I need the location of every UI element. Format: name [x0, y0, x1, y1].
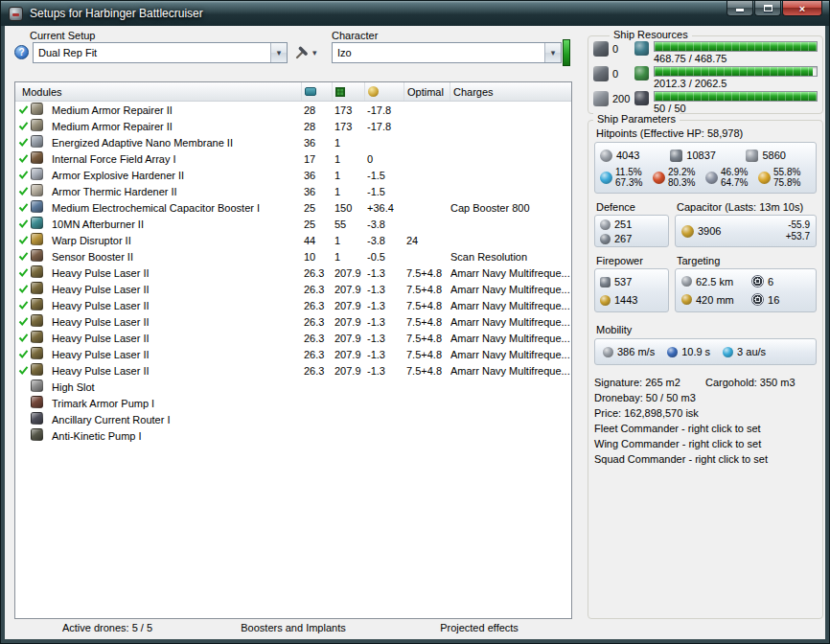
resist-cell: 29.2% 80.3%: [653, 167, 705, 188]
help-button[interactable]: ?: [14, 45, 29, 59]
module-icon: [31, 233, 43, 245]
table-row[interactable]: Sensor Booster II 10 1 -0.5 Scan Resolut…: [15, 248, 571, 264]
fitted-check-icon[interactable]: [18, 186, 29, 196]
module-powergrid: 1: [333, 170, 365, 181]
table-row[interactable]: Warp Disruptor II 44 1 -3.8 24: [15, 232, 571, 248]
table-row[interactable]: Ancillary Current Router I: [15, 411, 571, 427]
fitted-check-icon[interactable]: [18, 153, 29, 164]
fitted-check-icon[interactable]: [18, 251, 29, 262]
close-button[interactable]: ×: [782, 1, 822, 16]
chevron-down-icon: ▾: [270, 43, 287, 62]
character-select-value: Izo: [333, 47, 544, 58]
cpu-column-header[interactable]: [302, 82, 333, 101]
optimal-column-header[interactable]: Optimal: [404, 82, 450, 101]
table-row[interactable]: Medium Armor Repairer II 28 173 -17.8: [15, 118, 571, 134]
fitted-check-icon[interactable]: [18, 365, 29, 376]
capacitor-recharge: +53.7: [786, 231, 810, 242]
eft-window: Setups for Harbinger Battlecruiser × Cur…: [0, 0, 830, 644]
fitted-check-icon[interactable]: [18, 284, 29, 294]
ship-parameters-group: Ship Parameters Hitpoints (Effective HP:…: [588, 120, 823, 619]
targeting-panel: 62.5 km 6 420 mm 16: [675, 268, 817, 312]
resource-bar: [654, 66, 818, 77]
fitted-check-icon[interactable]: [18, 137, 29, 148]
max-targets: 6: [768, 276, 773, 288]
table-row[interactable]: Medium Electrochemical Capacitor Booster…: [15, 199, 571, 216]
module-powergrid: 207.9: [333, 316, 365, 328]
module-icon: [31, 396, 43, 408]
maximize-button[interactable]: [754, 1, 781, 16]
module-capacitor: -17.8: [365, 121, 404, 132]
module-charges: Amarr Navy Multifreque...: [450, 333, 571, 344]
sensor-strength: 16: [768, 294, 779, 306]
minimize-button[interactable]: [726, 1, 753, 16]
module-optimal: 7.5+4.8: [404, 316, 450, 328]
capacitor-column-header[interactable]: [365, 82, 404, 101]
module-icon: [31, 282, 43, 294]
module-capacitor: -0.5: [365, 251, 404, 263]
fitted-check-icon[interactable]: [18, 235, 29, 245]
projected-effects-header[interactable]: Projected effects: [386, 622, 572, 637]
fitted-check-icon[interactable]: [18, 170, 29, 180]
table-row[interactable]: Heavy Pulse Laser II 26.3 207.9 -1.3 7.5…: [15, 313, 571, 330]
table-row[interactable]: Heavy Pulse Laser II 26.3 207.9 -1.3 7.5…: [15, 362, 571, 379]
module-icon: [31, 265, 43, 278]
chevron-down-icon: ▾: [544, 43, 561, 62]
module-icon: [31, 412, 43, 425]
table-row[interactable]: Heavy Pulse Laser II 26.3 207.9 -1.3 7.5…: [15, 346, 571, 362]
module-capacitor: -1.5: [365, 186, 404, 197]
fleet-commander-slot[interactable]: Fleet Commander - right click to set: [594, 421, 761, 436]
armor-hp: 10837: [686, 150, 716, 161]
module-icon: [31, 135, 43, 148]
fitted-check-icon[interactable]: [18, 349, 29, 359]
powergrid-icon: [634, 66, 649, 80]
module-cpu: 26.3: [302, 333, 333, 344]
bottom-sections: Active drones: 5 / 5 Boosters and Implan…: [14, 622, 572, 637]
table-row[interactable]: Internal Force Field Array I 17 1 0: [15, 150, 571, 167]
boosters-implants-header[interactable]: Boosters and Implants: [200, 622, 386, 637]
table-row[interactable]: High Slot: [15, 379, 571, 395]
defence-panel: 251 267: [594, 215, 669, 247]
fitted-check-icon[interactable]: [18, 218, 29, 229]
ship-resources-group: Ship Resources 0 468.75 / 468.75: [588, 35, 823, 114]
fitted-check-icon[interactable]: [18, 300, 29, 310]
module-icon: [31, 184, 43, 196]
fitted-check-icon[interactable]: [18, 104, 29, 115]
fitted-check-icon[interactable]: [18, 333, 29, 343]
module-icon: [31, 428, 43, 441]
table-row[interactable]: 10MN Afterburner II 25 55 -3.8: [15, 216, 571, 232]
table-row[interactable]: Armor Explosive Hardener II 36 1 -1.5: [15, 167, 571, 183]
wing-commander-slot[interactable]: Wing Commander - right click to set: [594, 436, 761, 451]
setup-tools-button[interactable]: ▾: [291, 43, 328, 62]
fitted-check-icon[interactable]: [18, 267, 29, 278]
table-row[interactable]: Anti-Kinetic Pump I: [15, 427, 571, 444]
table-row[interactable]: Heavy Pulse Laser II 26.3 207.9 -1.3 7.5…: [15, 297, 571, 313]
table-row[interactable]: Medium Armor Repairer II 28 173 -17.8: [15, 102, 571, 118]
modules-column-header[interactable]: Modules: [15, 82, 302, 101]
active-drones-header[interactable]: Active drones: 5 / 5: [14, 622, 200, 637]
module-powergrid: 1: [333, 137, 365, 149]
table-row[interactable]: Heavy Pulse Laser II 26.3 207.9 -1.3 7.5…: [15, 264, 571, 281]
module-name: Heavy Pulse Laser II: [48, 349, 302, 360]
module-icon: [31, 363, 43, 376]
resource-remaining: 0: [609, 66, 634, 80]
squad-commander-slot[interactable]: Squad Commander - right click to set: [594, 451, 768, 467]
charges-column-header[interactable]: Charges: [450, 82, 571, 101]
table-row[interactable]: Heavy Pulse Laser II 26.3 207.9 -1.3 7.5…: [15, 281, 571, 297]
table-row[interactable]: Heavy Pulse Laser II 26.3 207.9 -1.3 7.5…: [15, 330, 571, 346]
powergrid-column-header[interactable]: [333, 82, 365, 101]
character-select[interactable]: Izo ▾: [332, 42, 562, 63]
setup-select[interactable]: Dual Rep Fit ▾: [33, 42, 288, 63]
table-row[interactable]: Armor Thermic Hardener II 36 1 -1.5: [15, 183, 571, 199]
fitted-check-icon[interactable]: [18, 316, 29, 327]
module-name: Internal Force Field Array I: [48, 153, 302, 165]
fitted-check-icon[interactable]: [18, 202, 29, 213]
modules-table: Modules Optimal Charges: [14, 81, 572, 619]
table-row[interactable]: Energized Adaptive Nano Membrane II 36 1: [15, 134, 571, 150]
firepower-label: Firepower: [596, 255, 677, 266]
module-capacitor: -1.3: [365, 300, 404, 311]
table-row[interactable]: Trimark Armor Pump I: [15, 395, 571, 411]
titlebar[interactable]: Setups for Harbinger Battlecruiser ×: [1, 1, 829, 26]
module-cpu: 17: [302, 153, 333, 165]
module-capacitor: -1.3: [365, 267, 404, 279]
fitted-check-icon[interactable]: [18, 121, 29, 131]
